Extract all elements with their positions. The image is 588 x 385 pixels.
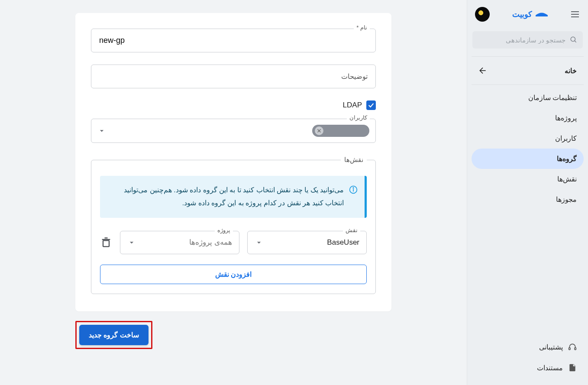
nav-label: تنظیمات سازمان bbox=[528, 94, 577, 102]
nav-label: گروه‌ها bbox=[557, 155, 577, 163]
nav-item-permissions[interactable]: مجوزها bbox=[472, 189, 584, 210]
bottom-links: پشتیبانی مستندات bbox=[472, 336, 584, 378]
users-chips bbox=[312, 125, 369, 137]
highlight-annotation: ساخت گروه جدید bbox=[75, 321, 152, 349]
user-chip-body bbox=[326, 127, 368, 135]
name-label: نام * bbox=[354, 24, 370, 31]
support-link[interactable]: پشتیبانی bbox=[472, 336, 584, 357]
main-content: نام * LDAP کاربران bbox=[0, 0, 467, 385]
name-field-wrap: نام * bbox=[91, 29, 376, 52]
roles-fieldset: نقش‌ها می‌توانید یک یا چند نقش انتخاب کن… bbox=[91, 156, 376, 294]
nav-label: مجوزها bbox=[556, 195, 577, 204]
ldap-row: LDAP bbox=[75, 100, 391, 119]
role-field-label: نقش bbox=[343, 227, 360, 233]
svg-point-12 bbox=[353, 188, 354, 188]
search-box[interactable] bbox=[472, 31, 583, 49]
roles-row: نقش BaseUser پروژه همه‌ی پروژه‌ها bbox=[100, 231, 367, 254]
divider bbox=[472, 56, 584, 57]
users-field-wrap: کاربران bbox=[91, 119, 376, 143]
role-select[interactable]: نقش BaseUser bbox=[247, 231, 367, 254]
svg-rect-13 bbox=[103, 240, 109, 246]
project-select[interactable]: پروژه همه‌ی پروژه‌ها bbox=[120, 231, 239, 254]
roles-legend: نقش‌ها bbox=[341, 156, 367, 164]
description-field-wrap bbox=[91, 65, 376, 88]
search-input[interactable] bbox=[478, 36, 565, 44]
svg-point-3 bbox=[571, 37, 575, 41]
chevron-down-icon bbox=[97, 126, 106, 135]
user-chip bbox=[312, 125, 369, 137]
project-field-label: پروژه bbox=[215, 227, 233, 233]
form-card: نام * LDAP کاربران bbox=[75, 13, 391, 311]
chevron-down-icon bbox=[255, 238, 263, 247]
divider bbox=[472, 84, 584, 85]
avatar[interactable] bbox=[475, 7, 490, 22]
docs-link[interactable]: مستندات bbox=[472, 357, 584, 378]
document-icon bbox=[568, 363, 577, 372]
nav-item-users[interactable]: کاربران bbox=[472, 128, 584, 149]
nav-item-groups[interactable]: گروه‌ها bbox=[472, 149, 584, 169]
nav-label: نقش‌ها bbox=[557, 175, 577, 183]
nav-home-label: خانه bbox=[565, 67, 577, 75]
headset-icon bbox=[568, 343, 577, 351]
svg-rect-6 bbox=[569, 348, 570, 350]
nav-home[interactable]: خانه bbox=[472, 59, 584, 82]
menu-icon[interactable] bbox=[570, 9, 580, 19]
project-placeholder: همه‌ی پروژه‌ها bbox=[189, 238, 232, 247]
users-select[interactable] bbox=[91, 119, 376, 143]
support-label: پشتیبانی bbox=[539, 343, 563, 351]
ldap-label: LDAP bbox=[343, 101, 362, 110]
create-group-button[interactable]: ساخت گروه جدید bbox=[79, 325, 149, 345]
add-role-button[interactable]: افزودن نقش bbox=[100, 265, 367, 284]
role-value: BaseUser bbox=[327, 238, 359, 247]
roles-info-text: می‌توانید یک یا چند نقش انتخاب کنید تا ب… bbox=[110, 184, 344, 210]
ldap-checkbox[interactable] bbox=[366, 100, 376, 110]
svg-rect-7 bbox=[575, 348, 576, 350]
name-input[interactable] bbox=[91, 29, 376, 52]
nav-item-org-settings[interactable]: تنظیمات سازمان bbox=[472, 87, 584, 108]
brand-name: کوبیت bbox=[512, 10, 532, 19]
delete-role-icon[interactable] bbox=[100, 236, 112, 249]
sidebar-header: کوبیت bbox=[472, 7, 584, 29]
docs-label: مستندات bbox=[537, 364, 563, 372]
nav-item-projects[interactable]: پروژه‌ها bbox=[472, 108, 584, 128]
nav-item-roles[interactable]: نقش‌ها bbox=[472, 169, 584, 189]
brand[interactable]: کوبیت bbox=[512, 10, 548, 19]
nav-label: پروژه‌ها bbox=[555, 114, 577, 122]
chevron-down-icon bbox=[127, 238, 136, 247]
submit-area: ساخت گروه جدید bbox=[75, 321, 391, 349]
brand-logo-icon bbox=[536, 12, 548, 16]
sidebar: کوبیت خانه تنظیمات سازمان پروژه‌ها کاربر… bbox=[467, 0, 588, 385]
search-icon bbox=[570, 36, 578, 44]
users-label: کاربران bbox=[347, 114, 370, 121]
nav-label: کاربران bbox=[555, 134, 577, 142]
info-icon bbox=[349, 185, 358, 194]
roles-info-box: می‌توانید یک یا چند نقش انتخاب کنید تا ب… bbox=[100, 176, 367, 218]
arrow-left-icon bbox=[478, 66, 487, 75]
remove-chip-icon[interactable] bbox=[315, 126, 323, 135]
svg-line-4 bbox=[575, 41, 576, 42]
description-input[interactable] bbox=[91, 65, 376, 88]
